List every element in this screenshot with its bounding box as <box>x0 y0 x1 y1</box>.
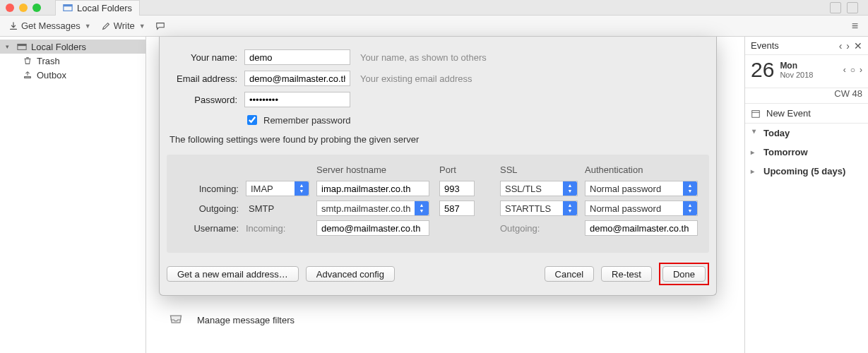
remember-password-checkbox[interactable] <box>247 115 257 125</box>
tree-root-label: Local Folders <box>31 42 86 52</box>
caret-down-icon: ▸ <box>751 130 759 137</box>
your-name-label: Your name: <box>167 52 237 63</box>
outgoing-host-select[interactable]: smtp.mailmaster.co.th <box>316 201 429 216</box>
window-controls <box>6 4 41 12</box>
probe-result-text: The following settings were found by pro… <box>170 134 709 145</box>
incoming-auth-select[interactable]: Normal password <box>585 181 698 196</box>
events-prev-icon[interactable]: ‹ <box>839 40 843 52</box>
password-label: Password: <box>167 95 237 105</box>
stepper-icon <box>295 181 309 196</box>
events-group-tomorrow[interactable]: ▸ Tomorrow <box>745 143 868 162</box>
outgoing-label: Outgoing: <box>175 203 246 214</box>
download-icon <box>8 21 18 31</box>
header-server-hostname: Server hostname <box>316 164 439 175</box>
events-group-today[interactable]: ▸ Today <box>745 124 868 143</box>
folder-app-icon <box>63 3 73 13</box>
chat-icon <box>155 21 165 31</box>
tray-icon <box>166 312 186 328</box>
retest-button[interactable]: Re-test <box>601 266 652 282</box>
calendar-plus-icon <box>751 109 761 119</box>
incoming-host-input[interactable] <box>316 181 429 196</box>
new-event-row[interactable]: New Event <box>745 104 868 124</box>
header-auth: Authentication <box>585 164 701 175</box>
email-label: Email address: <box>167 73 237 84</box>
stepper-icon <box>683 181 697 196</box>
write-button[interactable]: Write ▼ <box>98 19 148 32</box>
events-cw: CW 48 <box>745 88 868 104</box>
date-next-icon[interactable]: › <box>860 65 862 75</box>
stepper-icon <box>563 201 577 215</box>
done-highlight: Done <box>659 263 709 285</box>
svg-rect-5 <box>752 110 760 117</box>
new-event-label: New Event <box>766 108 811 119</box>
outgoing-auth-select[interactable]: Normal password <box>585 201 698 216</box>
date-prev-icon[interactable]: ‹ <box>843 65 846 75</box>
minimize-window-button[interactable] <box>19 4 28 12</box>
password-input[interactable] <box>244 92 350 107</box>
tree-item-label: Outbox <box>37 70 66 80</box>
incoming-label: Incoming: <box>175 184 246 194</box>
your-name-input[interactable] <box>244 49 350 65</box>
cancel-button[interactable]: Cancel <box>545 266 594 282</box>
calendar-today-icon[interactable] <box>830 2 841 13</box>
events-group-upcoming[interactable]: ▸ Upcoming (5 days) <box>745 162 868 181</box>
header-ssl: SSL <box>500 164 585 175</box>
username-outgoing-sub: Outgoing: <box>500 223 540 234</box>
date-today-icon[interactable]: ○ <box>850 65 855 75</box>
events-date-block: 26 Mon Nov 2018 ‹ ○ › <box>745 55 868 88</box>
get-messages-label: Get Messages <box>21 20 81 31</box>
events-close-icon[interactable]: ✕ <box>854 40 862 52</box>
events-group-label: Tomorrow <box>763 147 808 157</box>
folder-tree: ▾ Local Folders Trash Outbox <box>0 37 146 353</box>
outgoing-ssl-select[interactable]: STARTTLS <box>500 201 578 216</box>
your-name-hint: Your name, as shown to others <box>360 52 487 63</box>
get-new-address-button[interactable]: Get a new email address… <box>167 266 299 282</box>
manage-filters-label: Manage message filters <box>197 315 295 325</box>
events-panel: Events ‹ › ✕ 26 Mon Nov 2018 ‹ ○ › CW 48 <box>744 37 868 353</box>
tab-local-folders[interactable]: Local Folders <box>55 0 140 16</box>
username-outgoing-input[interactable] <box>585 220 698 236</box>
tab-label: Local Folders <box>77 3 132 13</box>
server-settings-panel: Server hostname Port SSL Authentication … <box>167 155 709 253</box>
write-label: Write <box>114 20 135 31</box>
header-port: Port <box>439 164 500 175</box>
manage-filters-row[interactable]: Manage message filters <box>166 304 744 336</box>
email-hint: Your existing email address <box>360 73 472 84</box>
incoming-protocol-select[interactable]: IMAP <box>246 181 309 196</box>
main-toolbar: Get Messages ▼ Write ▼ ≡ <box>0 16 868 37</box>
get-messages-button[interactable]: Get Messages ▼ <box>6 19 94 32</box>
username-incoming-input[interactable] <box>316 220 429 236</box>
caret-right-icon: ▸ <box>751 148 758 156</box>
close-window-button[interactable] <box>6 4 14 12</box>
events-day-number: 26 <box>751 58 774 82</box>
incoming-port-input[interactable] <box>439 181 475 196</box>
stepper-icon <box>415 201 429 215</box>
username-label: Username: <box>175 223 246 234</box>
tree-item-trash[interactable]: Trash <box>0 54 145 68</box>
events-next-icon[interactable]: › <box>846 40 850 52</box>
incoming-ssl-select[interactable]: SSL/TLS <box>500 181 578 196</box>
pencil-icon <box>101 21 111 31</box>
chevron-down-icon: ▼ <box>85 23 91 30</box>
email-input[interactable] <box>244 71 350 86</box>
outgoing-protocol-text: SMTP <box>246 203 274 214</box>
events-header: Events <box>751 40 779 51</box>
events-day-name: Mon <box>780 61 797 71</box>
outbox-icon <box>23 70 32 80</box>
advanced-config-button[interactable]: Advanced config <box>306 266 395 282</box>
tree-root-local-folders[interactable]: ▾ Local Folders <box>0 40 145 54</box>
caret-down-icon: ▾ <box>6 43 13 50</box>
remember-password-label: Remember password <box>263 115 351 126</box>
trash-icon <box>23 56 32 66</box>
calendar-grid-icon[interactable] <box>847 2 858 13</box>
outgoing-port-input[interactable] <box>439 201 475 216</box>
events-group-label: Today <box>763 128 790 138</box>
menu-icon[interactable]: ≡ <box>852 20 858 32</box>
tree-item-outbox[interactable]: Outbox <box>0 68 145 82</box>
stepper-icon <box>683 201 697 215</box>
events-group-label: Upcoming (5 days) <box>763 166 845 176</box>
done-button[interactable]: Done <box>662 266 706 282</box>
chat-button[interactable] <box>153 20 168 32</box>
zoom-window-button[interactable] <box>32 4 41 12</box>
username-incoming-sub: Incoming: <box>246 223 285 234</box>
